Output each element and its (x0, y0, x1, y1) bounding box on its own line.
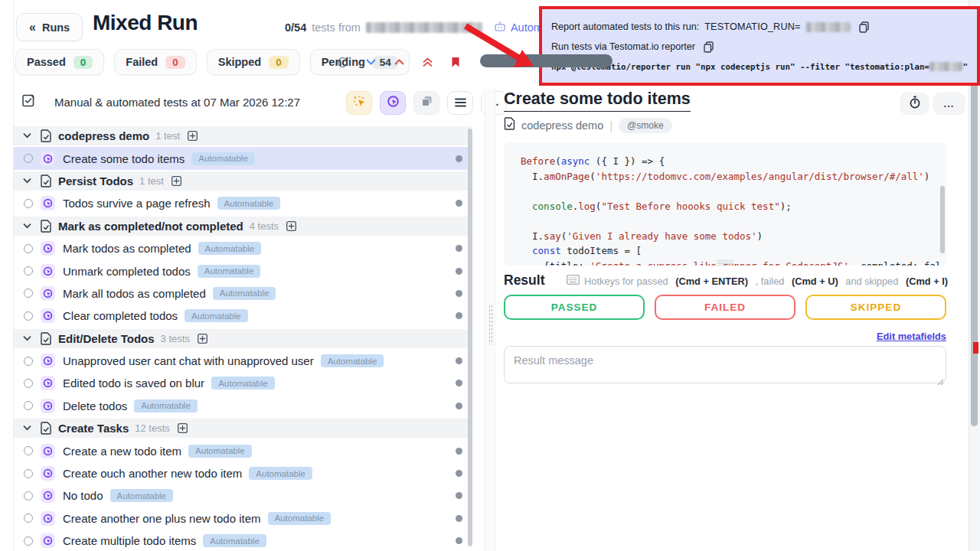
suite-name: Persist Todos (58, 174, 133, 187)
radio-icon[interactable] (24, 199, 33, 208)
test-name: Create multiple todo items (63, 534, 196, 547)
test-detail-title[interactable]: Create some todo items (504, 90, 691, 112)
edit-metafields-link[interactable]: Edit metafields (877, 331, 946, 342)
suite-file-icon (41, 220, 51, 233)
hotkey-segment: (Cmd + U) (792, 276, 838, 287)
result-passed-button[interactable]: PASSED (504, 295, 645, 320)
bookmark-icon[interactable] (451, 57, 460, 68)
radio-icon[interactable] (24, 154, 33, 163)
radio-icon[interactable] (24, 266, 33, 276)
copy-icon[interactable] (704, 41, 714, 53)
test-row[interactable]: Clear completed todosAutomatable (14, 305, 472, 327)
automated-test-icon (41, 488, 55, 503)
suite-name[interactable]: codepress demo (521, 119, 603, 132)
splitter-grip-icon (488, 305, 493, 344)
code-resize-grip[interactable] (717, 259, 733, 266)
radio-icon[interactable] (24, 401, 33, 410)
textarea-resize-grip[interactable] (937, 375, 944, 389)
automated-test-icon (41, 196, 55, 210)
suite-row[interactable]: Persist Todos1 test (14, 170, 472, 192)
radio-icon[interactable] (24, 244, 33, 253)
tests-progress-count: 0/54 (285, 21, 306, 34)
radio-icon[interactable] (24, 514, 33, 523)
timer-button[interactable] (900, 93, 929, 115)
back-to-runs-button[interactable]: « Runs (16, 13, 83, 41)
radio-icon[interactable] (24, 289, 33, 298)
status-dot-icon (456, 515, 462, 522)
result-failed-button[interactable]: FAILED (655, 295, 795, 320)
result-message-input[interactable] (504, 346, 946, 383)
back-button-label: Runs (42, 21, 70, 34)
test-code-block[interactable]: Before(async ({ I }) => { I.amOnPage('ht… (504, 142, 946, 266)
suite-row[interactable]: Mark as completed/not completed4 tests (14, 215, 472, 237)
test-row[interactable]: Unmark completed todosAutomatable (14, 259, 472, 282)
test-row[interactable]: Create multiple todo itemsAutomatable (14, 530, 472, 551)
radio-icon[interactable] (24, 536, 33, 546)
hamburger-icon (455, 96, 466, 110)
filter-chip-passed[interactable]: Passed0 (15, 49, 104, 75)
radio-icon[interactable] (24, 357, 33, 366)
redacted-run-id (806, 22, 851, 32)
chevron-down-icon[interactable] (23, 178, 32, 184)
radio-icon[interactable] (24, 469, 33, 478)
test-row[interactable]: Unapproved user cant chat with unapprove… (14, 350, 472, 372)
duplicate-button[interactable] (413, 91, 439, 115)
add-test-icon[interactable] (172, 176, 181, 186)
test-row[interactable]: Mark all todos as completedAutomatable (14, 282, 472, 305)
panel-splitter[interactable] (485, 89, 495, 551)
status-dot-icon (456, 245, 462, 252)
test-row[interactable]: Mark todos as completedAutomatable (14, 237, 472, 259)
tag-badge[interactable]: @smoke (619, 118, 672, 133)
suite-name: Create Tasks (58, 422, 129, 435)
test-row[interactable]: Create some todo itemsAutomatable (14, 147, 472, 169)
breadcrumb-divider: | (609, 119, 612, 132)
suite-row[interactable]: Edit/Delete Todos3 tests (14, 328, 472, 350)
add-test-icon[interactable] (198, 334, 207, 344)
radio-icon[interactable] (24, 446, 33, 455)
magic-cursor-button[interactable] (346, 91, 372, 115)
test-name: Create ouch another new todo item (63, 467, 242, 480)
suite-test-count: 12 tests (135, 422, 170, 434)
chevron-down-icon[interactable] (23, 133, 32, 139)
checklist-icon (21, 93, 36, 111)
list-view-button[interactable] (447, 91, 473, 115)
list-scrollbar[interactable] (468, 129, 472, 546)
filter-chip-failed[interactable]: Failed0 (114, 49, 196, 75)
filter-chip-skipped[interactable]: Skipped0 (207, 49, 300, 75)
double-chevron-up-icon[interactable] (423, 57, 433, 67)
status-dot-icon (456, 470, 462, 477)
add-test-icon[interactable] (286, 221, 296, 231)
test-row[interactable]: Todos survive a page refreshAutomatable (14, 192, 472, 214)
code-scrollbar[interactable] (940, 186, 945, 253)
detail-more-button[interactable]: ... (933, 93, 965, 115)
result-skipped-button[interactable]: SKIPPED (805, 295, 946, 320)
automated-filter-button[interactable] (380, 91, 406, 115)
test-row[interactable]: Delete todosAutomatable (14, 395, 472, 417)
radio-icon[interactable] (24, 379, 33, 388)
automated-test-icon (41, 286, 55, 301)
double-chevron-left-icon: « (29, 21, 36, 34)
radio-icon[interactable] (24, 311, 33, 321)
test-row[interactable]: Create another one plus new todo itemAut… (14, 507, 472, 530)
chevron-up-icon[interactable] (394, 59, 404, 65)
run-toolbar (338, 49, 460, 75)
chevron-down-icon[interactable] (23, 425, 32, 431)
suite-row[interactable]: codepress demo1 test (14, 125, 472, 147)
test-row[interactable]: Edited todo is saved on blurAutomatable (14, 372, 472, 394)
test-row[interactable]: Create ouch another new todo itemAutomat… (14, 462, 472, 484)
status-dot-icon (456, 492, 462, 499)
scrollbar-thumb[interactable] (971, 44, 978, 426)
add-test-icon[interactable] (188, 131, 198, 141)
chevron-down-icon[interactable] (23, 223, 32, 229)
hotkeys-hint: Hotkeys for passed (Cmd + ENTER) , faile… (567, 275, 948, 287)
test-row[interactable]: Create a new todo itemAutomatable (14, 439, 472, 461)
filter-circle-icon[interactable] (338, 57, 348, 67)
chevron-down-icon[interactable] (23, 336, 32, 341)
radio-icon[interactable] (24, 491, 33, 500)
add-test-icon[interactable] (178, 423, 188, 433)
chevron-down-icon[interactable] (366, 59, 376, 65)
test-row[interactable]: No todoAutomatable (14, 484, 472, 507)
copy-icon[interactable] (859, 21, 869, 33)
suite-row[interactable]: Create Tasks12 tests (14, 417, 472, 439)
code-line: I.say('Given I already have some todos') (521, 229, 946, 244)
